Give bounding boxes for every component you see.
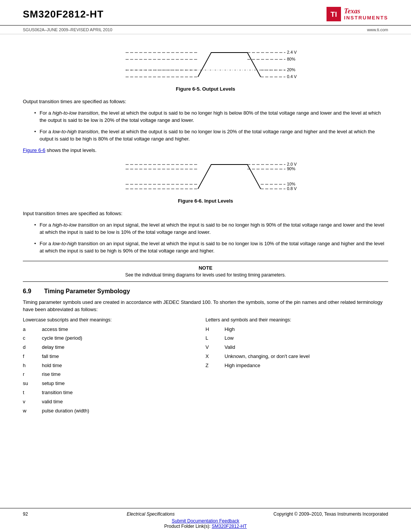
symbol-val: Low [225,334,234,342]
feedback-link[interactable]: Submit Documentation Feedback [172,518,239,524]
output-bullet-2: For a low-to-high transition, the level … [34,128,388,143]
figure-5-container: 2.4 V (VOH) 80% 20% 0.4 V (VOL) Figure 6… [23,46,388,92]
table-row: ttransition time [23,389,206,397]
table-row: HHigh [206,326,388,334]
section-number: 6.9 [23,288,38,295]
ib2-text: transition on an input signal, the level… [40,241,384,254]
table-row: rrise time [23,371,206,379]
symbol-key: r [23,371,42,379]
ob2-italic: low-to-high transition [53,129,98,134]
output-bullet-1: For a high-to-low transition, the level … [34,109,388,124]
table-row: XUnknown, changing, or don't care level [206,353,388,361]
ob2-prefix: For a [40,129,53,134]
symbol-val: pulse duration (width) [42,407,89,415]
note-box: NOTE See the individual timing diagrams … [23,261,388,282]
figure6-ref-text: shows the input levels. [45,147,96,153]
document-title: SM320F2812-HT [23,8,104,20]
symbol-val: Unknown, changing, or don't care level [225,353,310,361]
symbol-key: L [206,334,225,342]
main-content: 2.4 V (VOH) 80% 20% 0.4 V (VOL) Figure 6… [0,34,411,423]
symbol-val: High [225,326,235,334]
svg-text:TI: TI [331,10,337,18]
section-6-9-heading: 6.9 Timing Parameter Symbology [23,288,388,295]
table-row: hhold time [23,362,206,370]
ib1-prefix: For a [40,222,53,228]
svg-text:90%: 90% [287,166,295,171]
svg-text:0.4 V  (VOL): 0.4 V (VOL) [287,74,297,81]
symbol-table: Lowercase subscripts and their meanings:… [23,317,388,416]
input-bullet-list: For a high-to-low transition on an input… [34,221,388,255]
symbol-key: d [23,343,42,351]
page: SM320F2812-HT TI Texas Instruments SGUS0… [0,0,411,532]
website: www.ti.com [367,27,388,32]
symbol-col-1: Lowercase subscripts and their meanings:… [23,317,206,416]
symbol-key: f [23,353,42,361]
doc-id: SGUS062A–JUNE 2009–REVISED APRIL 2010 [23,27,112,32]
ib1-italic: high-to-low transition [53,222,98,228]
col1-header: Lowercase subscripts and their meanings: [23,317,206,323]
note-text: See the individual timing diagrams for l… [38,272,373,278]
page-footer: 92 Electrical Specifications Copyright ©… [0,508,411,532]
ti-instruments-text: Instruments [344,15,388,21]
footer-copyright: Copyright © 2009–2010, Texas Instruments… [274,511,388,517]
symbol-val: setup time [42,380,65,388]
symbol-key: a [23,326,42,334]
symbol-val: rise time [42,371,61,379]
ib2-prefix: For a [40,241,53,246]
symbol-val: hold time [42,362,62,370]
section-69-intro: Timing parameter symbols used are create… [23,299,388,313]
symbol-key: t [23,389,42,397]
symbol-val: Valid [225,343,235,351]
section-title: Timing Parameter Symbology [44,288,130,295]
table-row: ZHigh impedance [206,362,388,370]
symbol-key: Z [206,362,225,370]
footer-product-line: Product Folder Link(s): SM320F2812-HT [164,524,247,529]
figure6-ref-para: Figure 6-6 shows the input levels. [23,147,388,154]
svg-text:80%: 80% [287,57,295,61]
symbol-key: w [23,407,42,415]
ti-texas-text: Texas [344,8,360,15]
symbol-key: c [23,334,42,342]
table-row: ffall time [23,353,206,361]
col2-header: Letters and symbols and their meanings: [206,317,388,323]
figure-5-diagram: 2.4 V (VOH) 80% 20% 0.4 V (VOL) [114,46,297,84]
col2-rows: HHighLLowVValidXUnknown, changing, or do… [206,326,388,370]
figure-5-caption: Figure 6-5. Output Levels [176,86,235,92]
output-intro: Output transition times are specified as… [23,98,388,105]
page-header: SM320F2812-HT TI Texas Instruments [0,0,411,26]
figure-6-diagram: 2.0 V (VIH) 90% 10% 0.8 V (VIL) [114,158,297,196]
ti-logo-icon: TI [327,7,341,21]
figure-6-caption: Figure 6-6. Input Levels [178,198,233,204]
output-bullet-list: For a high-to-low transition, the level … [34,109,388,143]
product-label: Product Folder Link(s): [164,524,212,529]
symbol-key: H [206,326,225,334]
svg-text:0.8 V  (VIL): 0.8 V (VIL) [287,186,297,193]
footer-links: Submit Documentation Feedback Product Fo… [23,518,388,529]
symbol-val: delay time [42,343,64,351]
symbol-key: V [206,343,225,351]
figure6-link[interactable]: Figure 6-6 [23,147,45,153]
symbol-key: X [206,353,225,361]
footer-page-num: 92 [23,511,28,517]
symbol-key: v [23,398,42,406]
table-row: VValid [206,343,388,351]
symbol-val: access time [42,326,68,334]
symbol-key: h [23,362,42,370]
symbol-key: su [23,380,42,388]
symbol-val: cycle time (period) [42,334,82,342]
table-row: ddelay time [23,343,206,351]
table-row: wpulse duration (width) [23,407,206,415]
note-title: NOTE [38,265,373,271]
table-row: susetup time [23,380,206,388]
table-row: ccycle time (period) [23,334,206,342]
symbol-val: transition time [42,389,73,397]
ob1-italic: high-to-low transition [53,110,98,116]
footer-top: 92 Electrical Specifications Copyright ©… [23,511,388,517]
product-link[interactable]: SM320F2812-HT [212,524,247,529]
col1-rows: aaccess timeccycle time (period)ddelay t… [23,326,206,415]
sub-header: SGUS062A–JUNE 2009–REVISED APRIL 2010 ww… [0,26,411,34]
symbol-val: High impedance [225,362,260,370]
figure-6-container: 2.0 V (VIH) 90% 10% 0.8 V (VIL) Figure 6… [23,158,388,204]
input-bullet-2: For a low-to-high transition on an input… [34,240,388,255]
table-row: vvalid time [23,398,206,406]
